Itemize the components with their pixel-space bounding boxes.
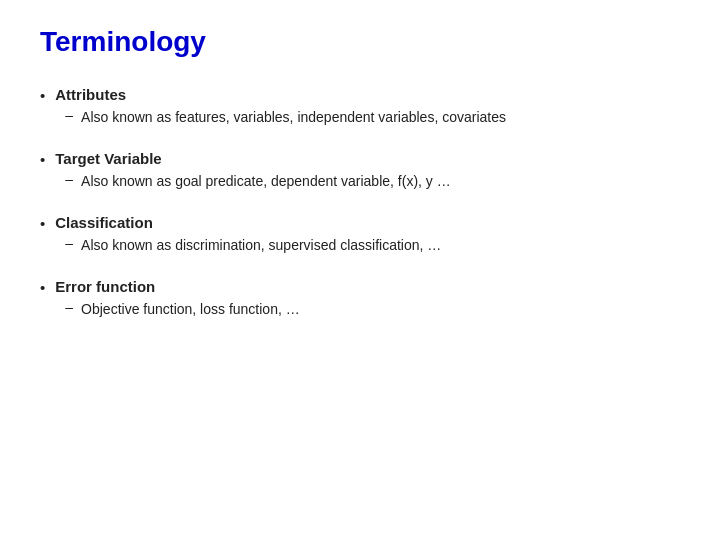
term-list: •Attributes–Also known as features, vari…: [40, 86, 680, 320]
sub-text: Also known as discrimination, supervised…: [81, 235, 680, 256]
term-item: •Attributes–Also known as features, vari…: [40, 86, 680, 128]
bullet-icon: •: [40, 215, 45, 232]
term-sub-list: –Also known as features, variables, inde…: [55, 107, 680, 128]
term-title: Classification: [55, 214, 680, 231]
term-sub-list: –Objective function, loss function, …: [55, 299, 680, 320]
term-item: •Classification–Also known as discrimina…: [40, 214, 680, 256]
bullet-icon: •: [40, 279, 45, 296]
sub-text: Objective function, loss function, …: [81, 299, 680, 320]
dash-icon: –: [65, 107, 73, 123]
sub-item: –Objective function, loss function, …: [65, 299, 680, 320]
sub-item: –Also known as features, variables, inde…: [65, 107, 680, 128]
term-content: Target Variable–Also known as goal predi…: [55, 150, 680, 192]
bullet-icon: •: [40, 87, 45, 104]
slide-container: Terminology •Attributes–Also known as fe…: [0, 0, 720, 540]
sub-item: –Also known as discrimination, supervise…: [65, 235, 680, 256]
sub-text: Also known as features, variables, indep…: [81, 107, 680, 128]
bullet-icon: •: [40, 151, 45, 168]
term-title: Target Variable: [55, 150, 680, 167]
dash-icon: –: [65, 171, 73, 187]
dash-icon: –: [65, 299, 73, 315]
term-content: Error function–Objective function, loss …: [55, 278, 680, 320]
slide-title: Terminology: [40, 26, 680, 58]
term-title: Attributes: [55, 86, 680, 103]
term-item: •Error function–Objective function, loss…: [40, 278, 680, 320]
term-item: •Target Variable–Also known as goal pred…: [40, 150, 680, 192]
term-sub-list: –Also known as discrimination, supervise…: [55, 235, 680, 256]
sub-item: –Also known as goal predicate, dependent…: [65, 171, 680, 192]
term-content: Attributes–Also known as features, varia…: [55, 86, 680, 128]
sub-text: Also known as goal predicate, dependent …: [81, 171, 680, 192]
term-content: Classification–Also known as discriminat…: [55, 214, 680, 256]
term-title: Error function: [55, 278, 680, 295]
dash-icon: –: [65, 235, 73, 251]
term-sub-list: –Also known as goal predicate, dependent…: [55, 171, 680, 192]
